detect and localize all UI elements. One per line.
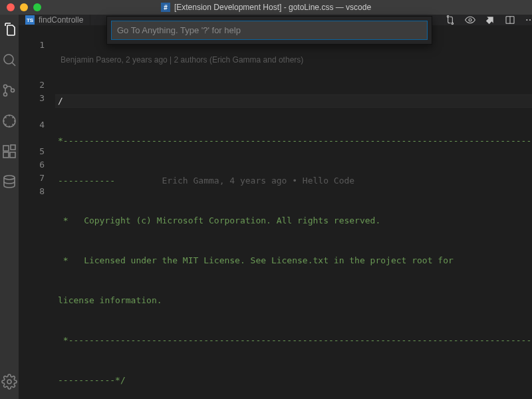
editor-body[interactable]: 1 2 3 4 5 6 7 8 Benjamin Pasero, 2 years… <box>19 25 532 399</box>
compare-changes-icon[interactable] <box>445 15 456 25</box>
more-actions-icon[interactable] <box>525 15 532 25</box>
line-number: 6 <box>19 158 45 172</box>
svg-point-0 <box>4 55 13 64</box>
extensions-icon[interactable] <box>0 142 19 161</box>
svg-point-12 <box>452 23 454 25</box>
git-blame-inline: Erich Gamma, 4 years ago • Hello Code <box>162 176 355 186</box>
svg-point-2 <box>4 93 7 96</box>
search-icon[interactable] <box>0 51 19 69</box>
settings-gear-icon[interactable] <box>0 372 19 391</box>
source-control-icon[interactable] <box>0 81 19 100</box>
svg-rect-5 <box>3 146 9 151</box>
svg-rect-8 <box>11 145 15 150</box>
git-blame-annotation: Benjamin Pasero, 2 years ago | 2 authors… <box>55 52 532 68</box>
tab-label: findControlle <box>39 15 83 25</box>
close-window-button[interactable] <box>7 3 15 11</box>
line-number: 5 <box>19 145 45 158</box>
svg-rect-7 <box>10 152 15 158</box>
line-numbers: 1 2 3 4 5 6 7 8 <box>19 25 55 399</box>
zoom-window-button[interactable] <box>33 3 41 11</box>
explorer-icon[interactable] <box>0 20 19 39</box>
window-title-text: [Extension Development Host] - gotoLine.… <box>174 3 371 12</box>
preview-icon[interactable] <box>465 15 475 25</box>
goto-anything-popup <box>106 16 432 45</box>
database-icon[interactable] <box>0 173 19 192</box>
svg-point-15 <box>526 19 527 21</box>
activity-bar <box>0 15 19 399</box>
css-file-icon: # <box>161 3 170 12</box>
line-number: 1 <box>19 39 45 52</box>
svg-point-10 <box>7 380 11 384</box>
svg-point-3 <box>11 89 15 92</box>
debug-icon[interactable] <box>0 112 19 130</box>
svg-point-16 <box>529 19 531 21</box>
svg-point-13 <box>469 19 471 21</box>
line-number: 7 <box>19 172 45 185</box>
svg-point-1 <box>4 85 7 88</box>
window-title: # [Extension Development Host] - gotoLin… <box>0 3 532 12</box>
minimize-window-button[interactable] <box>20 3 28 11</box>
line-number: 2 <box>19 78 45 92</box>
svg-rect-6 <box>3 152 9 158</box>
line-number: 4 <box>19 118 45 132</box>
editor-actions <box>438 15 532 25</box>
line-number: 3 <box>19 92 45 105</box>
titlebar: # [Extension Development Host] - gotoLin… <box>0 0 532 15</box>
window-controls <box>0 3 41 11</box>
typescript-file-icon: TS <box>25 15 35 25</box>
line-number: 8 <box>19 185 45 198</box>
svg-point-4 <box>3 115 15 127</box>
svg-point-9 <box>4 176 15 180</box>
goto-anything-input[interactable] <box>111 21 428 40</box>
code-content[interactable]: Benjamin Pasero, 2 years ago | 2 authors… <box>55 25 532 399</box>
split-editor-icon[interactable] <box>505 15 515 25</box>
tab-findcontroller[interactable]: TS findControlle <box>19 15 90 25</box>
open-changes-icon[interactable] <box>485 15 495 25</box>
